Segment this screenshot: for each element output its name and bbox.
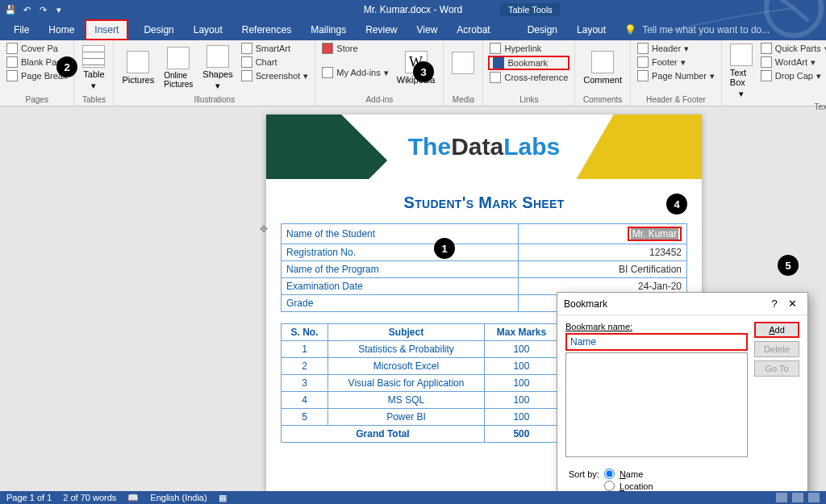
group-media-label: Media [448,94,478,106]
tab-layout[interactable]: Layout [185,20,232,40]
sort-location-label: Location [620,481,653,491]
pictures-button[interactable]: Pictures [119,42,157,94]
status-words[interactable]: 2 of 70 words [63,493,116,502]
annotation-2: 2 [56,56,77,77]
sort-location-radio[interactable] [604,481,615,491]
sheet-heading: Student's Mark Sheet [266,194,702,212]
tab-review[interactable]: Review [357,20,406,40]
smartart-button[interactable]: SmartArt [240,42,311,55]
group-links-label: Links [488,94,569,106]
table-row: Registration No.123452 [282,244,687,261]
group-tables-label: Tables [79,94,108,106]
tab-acrobat[interactable]: Acrobat [448,20,499,40]
wordart-button[interactable]: WordArt▾ [759,56,826,69]
status-language[interactable]: English (India) [150,493,206,502]
tell-me-search[interactable]: 💡 Tell me what you want to do... [624,24,770,35]
group-illustrations-label: Illustrations [119,94,310,106]
tab-design[interactable]: Design [135,20,182,40]
tab-references[interactable]: References [233,20,300,40]
selected-text: Mr. Kumar [631,228,678,240]
comment-button[interactable]: Comment [580,42,625,94]
customize-qat-icon[interactable]: ▾ [53,4,65,15]
spellcheck-icon[interactable]: 📖 [127,493,139,503]
read-mode-icon[interactable] [776,493,787,502]
close-icon[interactable]: ✕ [783,298,801,310]
page-number-button[interactable]: Page Number▾ [636,69,716,82]
table-anchor-icon[interactable]: ✥ [260,223,268,235]
help-icon[interactable]: ? [766,298,783,310]
group-pages-label: Pages [5,94,69,106]
table-row: Name of the StudentMr. Kumar [282,224,687,244]
web-layout-icon[interactable] [808,493,820,502]
title-bar: 💾 ↶ ↷ ▾ Mr. Kumar.docx - Word Table Tool… [0,0,826,19]
quick-access-toolbar: 💾 ↶ ↷ ▾ [0,4,69,15]
undo-icon[interactable]: ↶ [21,4,32,15]
text-box-button[interactable]: Text Box▾ [727,42,756,101]
store-button[interactable]: Store [320,42,390,55]
bookmark-list[interactable] [565,352,748,457]
sort-name-label: Name [620,469,643,479]
table-row: Name of the ProgramBI Certification [282,261,687,278]
tab-insert[interactable]: Insert [85,19,128,40]
tab-view[interactable]: View [408,20,447,40]
tab-mailings[interactable]: Mailings [302,20,355,40]
table-button[interactable]: Table▾ [79,42,108,94]
dialog-title: Bookmark [564,298,766,310]
status-page[interactable]: Page 1 of 1 [6,493,52,502]
online-video-button[interactable] [448,42,478,94]
bookmark-name-label: Bookmark name: [565,322,748,331]
menu-bar: File Home Insert Design Layout Reference… [0,19,826,40]
goto-button[interactable]: Go To [754,360,799,377]
group-comments-label: Comments [580,94,625,106]
drop-cap-button[interactable]: Drop Cap▾ [759,69,826,82]
sortby-label: Sort by: [569,469,599,479]
table-tools-label: Table Tools [500,3,561,16]
redo-icon[interactable]: ↷ [37,4,48,15]
online-pictures-button[interactable]: Online Pictures [161,42,196,94]
save-icon[interactable]: 💾 [5,4,16,15]
annotation-3: 3 [413,61,434,82]
bookmark-button[interactable]: Bookmark [488,56,569,70]
tab-file[interactable]: File [5,20,38,40]
footer-button[interactable]: Footer▾ [636,56,716,69]
bookmark-name-input[interactable] [565,333,748,351]
shapes-button[interactable]: Shapes▾ [199,42,236,94]
add-button[interactable]: Add [754,322,799,338]
tab-table-layout[interactable]: Layout [568,20,615,40]
print-layout-icon[interactable] [792,493,803,502]
quick-parts-button[interactable]: Quick Parts▾ [759,42,826,55]
window-title: Mr. Kumar.docx - Word [364,4,462,15]
annotation-1: 1 [434,238,455,259]
header-button[interactable]: Header▾ [636,42,716,55]
annotation-4: 4 [666,194,687,215]
tab-table-design[interactable]: Design [519,20,566,40]
hyperlink-button[interactable]: Hyperlink [488,42,569,55]
group-addins-label: Add-ins [320,94,438,106]
screenshot-button[interactable]: Screenshot▾ [240,69,311,82]
tell-me-placeholder: Tell me what you want to do... [642,24,770,35]
cross-reference-button[interactable]: Cross-reference [488,71,569,84]
view-icons [776,493,820,502]
delete-button[interactable]: Delete [754,341,799,357]
annotation-5: 5 [778,255,799,276]
tab-home[interactable]: Home [40,20,83,40]
document-area: TheDataLabs Student's Mark Sheet ✥ Name … [0,106,826,491]
status-bar: Page 1 of 1 2 of 70 words 📖 English (Ind… [0,491,826,504]
group-header-footer-label: Header & Footer [636,94,716,106]
lightbulb-icon: 💡 [624,24,636,35]
logo: TheDataLabs [408,133,560,160]
bookmark-dialog: Bookmark ? ✕ Bookmark name: Add Delete G… [557,292,808,491]
cover-page-button[interactable]: Cover Pa [5,42,69,55]
my-addins-button[interactable]: My Add-ins▾ [320,66,390,79]
banner: TheDataLabs [266,115,702,179]
sort-name-radio[interactable] [604,469,615,479]
chart-button[interactable]: Chart [240,56,311,69]
macro-icon[interactable]: ▦ [219,493,227,503]
